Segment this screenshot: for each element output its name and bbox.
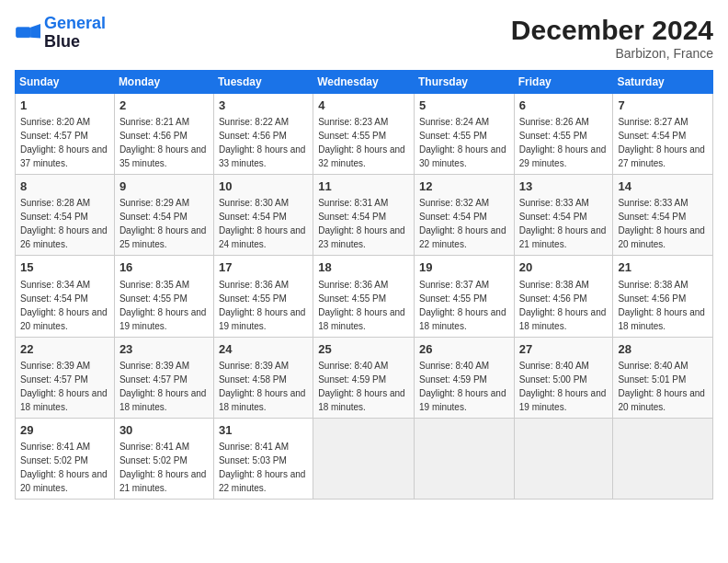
col-header-tuesday: Tuesday — [213, 71, 313, 94]
logo-icon — [15, 20, 40, 46]
calendar-cell: 26 Sunrise: 8:40 AMSunset: 4:59 PMDaylig… — [414, 337, 514, 418]
day-info: Sunrise: 8:29 AMSunset: 4:54 PMDaylight:… — [119, 198, 207, 249]
day-info: Sunrise: 8:32 AMSunset: 4:54 PMDaylight:… — [419, 198, 506, 249]
day-info: Sunrise: 8:39 AMSunset: 4:58 PMDaylight:… — [219, 361, 306, 412]
calendar-cell: 21 Sunrise: 8:38 AMSunset: 4:56 PMDaylig… — [613, 256, 713, 337]
calendar-cell: 28 Sunrise: 8:40 AMSunset: 5:01 PMDaylig… — [613, 337, 713, 418]
calendar-cell: 30 Sunrise: 8:41 AMSunset: 5:02 PMDaylig… — [114, 418, 213, 499]
day-number: 20 — [519, 259, 609, 276]
col-header-sunday: Sunday — [16, 71, 115, 94]
day-number: 8 — [20, 178, 109, 195]
calendar-cell: 31 Sunrise: 8:41 AMSunset: 5:03 PMDaylig… — [213, 418, 313, 499]
day-number: 26 — [419, 341, 509, 358]
calendar-cell: 14 Sunrise: 8:33 AMSunset: 4:54 PMDaylig… — [613, 175, 713, 256]
day-info: Sunrise: 8:30 AMSunset: 4:54 PMDaylight:… — [219, 198, 306, 249]
day-info: Sunrise: 8:26 AMSunset: 4:55 PMDaylight:… — [519, 117, 607, 168]
day-info: Sunrise: 8:36 AMSunset: 4:55 PMDaylight:… — [318, 280, 405, 331]
calendar-cell: 7 Sunrise: 8:27 AMSunset: 4:54 PMDayligh… — [613, 94, 713, 175]
day-number: 25 — [318, 341, 409, 358]
calendar-cell: 23 Sunrise: 8:39 AMSunset: 4:57 PMDaylig… — [114, 337, 213, 418]
day-info: Sunrise: 8:20 AMSunset: 4:57 PMDaylight:… — [20, 117, 108, 168]
svg-marker-1 — [30, 24, 40, 39]
day-number: 11 — [318, 178, 409, 195]
calendar-cell: 3 Sunrise: 8:22 AMSunset: 4:56 PMDayligh… — [213, 94, 313, 175]
week-row-3: 15 Sunrise: 8:34 AMSunset: 4:54 PMDaylig… — [16, 256, 713, 337]
calendar-cell: 27 Sunrise: 8:40 AMSunset: 5:00 PMDaylig… — [514, 337, 613, 418]
calendar-cell: 5 Sunrise: 8:24 AMSunset: 4:55 PMDayligh… — [414, 94, 514, 175]
calendar-cell: 13 Sunrise: 8:33 AMSunset: 4:54 PMDaylig… — [514, 175, 613, 256]
calendar-cell: 6 Sunrise: 8:26 AMSunset: 4:55 PMDayligh… — [514, 94, 613, 175]
day-number: 22 — [20, 341, 109, 358]
calendar-cell: 10 Sunrise: 8:30 AMSunset: 4:54 PMDaylig… — [213, 175, 313, 256]
day-info: Sunrise: 8:41 AMSunset: 5:02 PMDaylight:… — [119, 442, 207, 493]
week-row-5: 29 Sunrise: 8:41 AMSunset: 5:02 PMDaylig… — [16, 418, 713, 499]
day-info: Sunrise: 8:34 AMSunset: 4:54 PMDaylight:… — [20, 280, 108, 331]
location: Barbizon, France — [511, 46, 713, 61]
day-number: 15 — [20, 259, 109, 276]
day-info: Sunrise: 8:28 AMSunset: 4:54 PMDaylight:… — [20, 198, 108, 249]
calendar-cell: 24 Sunrise: 8:39 AMSunset: 4:58 PMDaylig… — [213, 337, 313, 418]
day-number: 21 — [618, 259, 708, 276]
day-info: Sunrise: 8:35 AMSunset: 4:55 PMDaylight:… — [119, 280, 207, 331]
month-title: December 2024 — [511, 15, 713, 46]
day-number: 27 — [519, 341, 609, 358]
calendar-cell: 12 Sunrise: 8:32 AMSunset: 4:54 PMDaylig… — [414, 175, 514, 256]
calendar-cell: 20 Sunrise: 8:38 AMSunset: 4:56 PMDaylig… — [514, 256, 613, 337]
day-number: 29 — [20, 422, 109, 439]
day-info: Sunrise: 8:40 AMSunset: 5:01 PMDaylight:… — [618, 361, 705, 412]
col-header-monday: Monday — [114, 71, 213, 94]
day-number: 13 — [519, 178, 609, 195]
day-number: 24 — [219, 341, 308, 358]
day-number: 12 — [419, 178, 509, 195]
day-info: Sunrise: 8:40 AMSunset: 4:59 PMDaylight:… — [318, 361, 405, 412]
day-info: Sunrise: 8:38 AMSunset: 4:56 PMDaylight:… — [519, 280, 607, 331]
calendar-cell: 25 Sunrise: 8:40 AMSunset: 4:59 PMDaylig… — [313, 337, 415, 418]
day-number: 30 — [119, 422, 209, 439]
day-number: 1 — [20, 98, 109, 114]
day-info: Sunrise: 8:40 AMSunset: 4:59 PMDaylight:… — [419, 361, 506, 412]
week-row-2: 8 Sunrise: 8:28 AMSunset: 4:54 PMDayligh… — [16, 175, 713, 256]
calendar-cell: 8 Sunrise: 8:28 AMSunset: 4:54 PMDayligh… — [16, 175, 115, 256]
day-number: 9 — [119, 178, 209, 195]
day-info: Sunrise: 8:37 AMSunset: 4:55 PMDaylight:… — [419, 280, 506, 331]
day-info: Sunrise: 8:33 AMSunset: 4:54 PMDaylight:… — [618, 198, 705, 249]
calendar-cell: 19 Sunrise: 8:37 AMSunset: 4:55 PMDaylig… — [414, 256, 514, 337]
calendar-cell — [414, 418, 514, 499]
calendar-cell: 17 Sunrise: 8:36 AMSunset: 4:55 PMDaylig… — [213, 256, 313, 337]
calendar: SundayMondayTuesdayWednesdayThursdayFrid… — [15, 70, 713, 500]
day-info: Sunrise: 8:41 AMSunset: 5:02 PMDaylight:… — [20, 442, 108, 493]
calendar-cell: 22 Sunrise: 8:39 AMSunset: 4:57 PMDaylig… — [16, 337, 115, 418]
col-header-saturday: Saturday — [613, 71, 713, 94]
day-info: Sunrise: 8:24 AMSunset: 4:55 PMDaylight:… — [419, 117, 506, 168]
svg-rect-0 — [17, 28, 31, 38]
day-info: Sunrise: 8:21 AMSunset: 4:56 PMDaylight:… — [119, 117, 207, 168]
day-number: 6 — [519, 98, 609, 114]
calendar-cell — [514, 418, 613, 499]
calendar-cell: 1 Sunrise: 8:20 AMSunset: 4:57 PMDayligh… — [16, 94, 115, 175]
week-row-1: 1 Sunrise: 8:20 AMSunset: 4:57 PMDayligh… — [16, 94, 713, 175]
col-header-thursday: Thursday — [414, 71, 514, 94]
calendar-cell: 2 Sunrise: 8:21 AMSunset: 4:56 PMDayligh… — [114, 94, 213, 175]
day-number: 31 — [219, 422, 308, 439]
calendar-cell — [613, 418, 713, 499]
day-number: 14 — [618, 178, 708, 195]
day-info: Sunrise: 8:22 AMSunset: 4:56 PMDaylight:… — [219, 117, 306, 168]
title-block: December 2024 Barbizon, France — [511, 15, 713, 61]
day-info: Sunrise: 8:31 AMSunset: 4:54 PMDaylight:… — [318, 198, 405, 249]
day-info: Sunrise: 8:33 AMSunset: 4:54 PMDaylight:… — [519, 198, 607, 249]
week-row-4: 22 Sunrise: 8:39 AMSunset: 4:57 PMDaylig… — [16, 337, 713, 418]
day-number: 10 — [219, 178, 308, 195]
calendar-header-row: SundayMondayTuesdayWednesdayThursdayFrid… — [16, 71, 713, 94]
logo-text: General Blue — [44, 15, 106, 52]
day-number: 19 — [419, 259, 509, 276]
calendar-cell: 11 Sunrise: 8:31 AMSunset: 4:54 PMDaylig… — [313, 175, 415, 256]
col-header-friday: Friday — [514, 71, 613, 94]
day-info: Sunrise: 8:40 AMSunset: 5:00 PMDaylight:… — [519, 361, 607, 412]
day-number: 7 — [618, 98, 708, 114]
calendar-cell: 15 Sunrise: 8:34 AMSunset: 4:54 PMDaylig… — [16, 256, 115, 337]
col-header-wednesday: Wednesday — [313, 71, 415, 94]
calendar-cell: 29 Sunrise: 8:41 AMSunset: 5:02 PMDaylig… — [16, 418, 115, 499]
day-info: Sunrise: 8:39 AMSunset: 4:57 PMDaylight:… — [20, 361, 108, 412]
day-number: 28 — [618, 341, 708, 358]
day-number: 3 — [219, 98, 308, 114]
